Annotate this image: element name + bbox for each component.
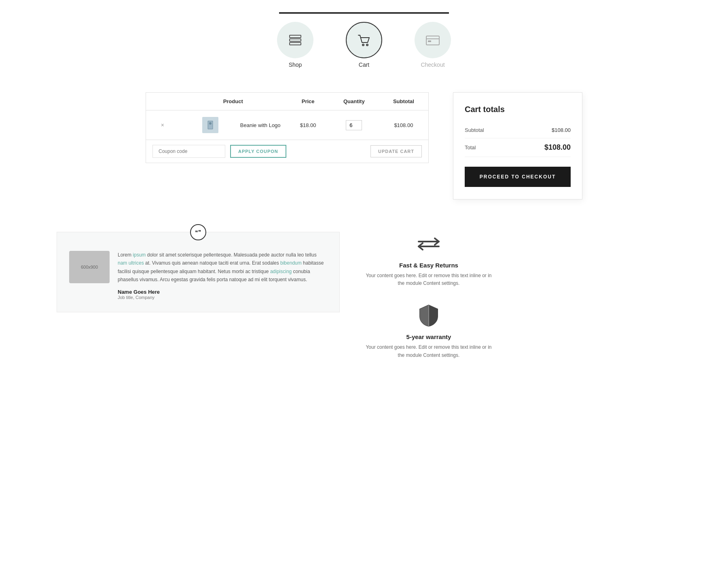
svg-point-3: [362, 44, 364, 46]
subtotal-value: $108.00: [552, 127, 571, 133]
apply-coupon-button[interactable]: APPLY COUPON: [230, 145, 286, 158]
svg-point-4: [366, 44, 368, 46]
col-header-product: Product: [179, 93, 287, 110]
product-image: [202, 117, 218, 133]
proceed-to-checkout-button[interactable]: PROCEED TO CHECKOUT: [465, 167, 571, 187]
cart-actions: APPLY COUPON UPDATE CART: [146, 140, 429, 163]
update-cart-button[interactable]: UPDATE CART: [370, 145, 422, 157]
svg-rect-5: [426, 36, 439, 45]
feature-warranty: 5-year warranty Your content goes here. …: [364, 303, 493, 359]
subtotal-row: Subtotal $108.00: [465, 122, 571, 138]
step-cart[interactable]: Cart: [346, 22, 382, 68]
step-shop-label: Shop: [289, 62, 302, 68]
svg-rect-2: [290, 42, 301, 45]
author-name: Name Goes Here: [118, 289, 327, 295]
svg-point-8: [209, 122, 212, 125]
returns-desc: Your content goes here. Edit or remove t…: [364, 272, 493, 287]
svg-rect-7: [428, 40, 431, 42]
svg-rect-0: [290, 35, 301, 38]
avatar: 600x900: [69, 251, 110, 283]
testimonial-block: ❝❞ 600x900 Lorem ipsum dolor sit amet sc…: [57, 232, 340, 312]
step-shop-circle: [277, 22, 313, 58]
step-checkout-label: Checkout: [421, 62, 444, 68]
steps-progress-line: [279, 12, 449, 14]
product-price: $18.00: [300, 122, 316, 128]
testimonial-content: Lorem ipsum dolor sit amet scelerisque p…: [118, 251, 327, 300]
main-content: Product Price Quantity Subtotal: [0, 76, 728, 216]
remove-item-button[interactable]: ×: [158, 120, 167, 130]
remove-cell: ×: [146, 110, 179, 140]
bottom-section: ❝❞ 600x900 Lorem ipsum dolor sit amet sc…: [0, 216, 728, 384]
quote-icon: ❝❞: [190, 224, 206, 240]
quantity-cell: [329, 110, 379, 140]
product-cell: Beanie with Logo: [179, 110, 287, 140]
svg-rect-1: [290, 39, 301, 41]
cart-table: Product Price Quantity Subtotal: [146, 92, 429, 140]
cart-totals-section: Cart totals Subtotal $108.00 Total $108.…: [453, 92, 582, 199]
product-subtotal: $108.00: [394, 122, 413, 128]
coupon-input[interactable]: [152, 145, 225, 158]
col-header-quantity: Quantity: [329, 93, 379, 110]
cart-totals-box: Cart totals Subtotal $108.00 Total $108.…: [453, 92, 582, 199]
step-cart-circle: [346, 22, 382, 58]
step-cart-label: Cart: [359, 62, 369, 68]
subtotal-label: Subtotal: [465, 127, 484, 133]
step-checkout[interactable]: Checkout: [415, 22, 451, 68]
price-cell: $18.00: [287, 110, 329, 140]
cart-totals-title: Cart totals: [465, 105, 571, 114]
features-block: Fast & Easy Returns Your content goes he…: [364, 232, 493, 359]
product-name: Beanie with Logo: [240, 122, 281, 128]
steps-row: Shop Cart Checkout: [277, 22, 451, 68]
returns-title: Fast & Easy Returns: [399, 262, 458, 269]
col-header-price: Price: [287, 93, 329, 110]
warranty-title: 5-year warranty: [406, 333, 451, 340]
step-shop[interactable]: Shop: [277, 22, 313, 68]
testimonial-inner: 600x900 Lorem ipsum dolor sit amet scele…: [69, 251, 327, 300]
quantity-input[interactable]: [346, 120, 362, 130]
step-checkout-circle: [415, 22, 451, 58]
returns-icon: [417, 232, 441, 256]
warranty-desc: Your content goes here. Edit or remove t…: [364, 344, 493, 359]
testimonial-author: Name Goes Here Job title, Company: [118, 289, 327, 300]
checkout-steps: Shop Cart Checkout: [0, 0, 728, 76]
total-row: Total $108.00: [465, 138, 571, 157]
feature-returns: Fast & Easy Returns Your content goes he…: [364, 232, 493, 287]
testimonial-text: Lorem ipsum dolor sit amet scelerisque p…: [118, 251, 327, 284]
col-header-empty: [146, 93, 179, 110]
total-value: $108.00: [544, 143, 571, 152]
col-header-subtotal: Subtotal: [379, 93, 429, 110]
total-label: Total: [465, 144, 476, 151]
subtotal-cell: $108.00: [379, 110, 429, 140]
cart-section: Product Price Quantity Subtotal: [146, 92, 429, 199]
warranty-icon: [417, 303, 441, 328]
table-row: × Beanie with Logo: [146, 110, 429, 140]
author-job: Job title, Company: [118, 295, 327, 300]
